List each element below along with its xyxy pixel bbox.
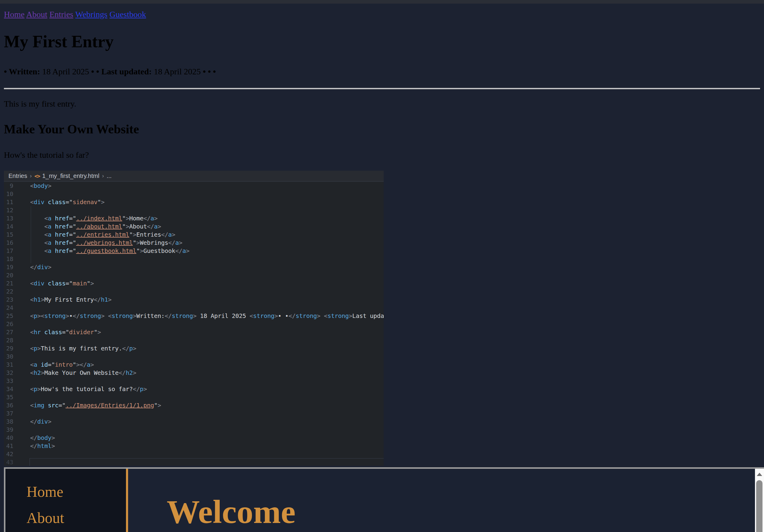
line-number: 42 [4,450,13,458]
line-number: 10 [4,190,13,198]
nav-link-webrings[interactable]: Webrings [75,10,107,19]
code-screenshot-image: Entries›<>1_my_first_entry.html›... 9<bo… [4,171,384,466]
line-code [30,336,384,344]
chevron-right-icon: › [27,173,34,179]
entry-meta: • Written: 18 April 2025 • • Last update… [4,67,760,76]
line-code: <a href="../webrings.html">Webrings</a> [30,239,384,247]
site-preview-frame: HomeAbout Welcome [4,467,764,532]
line-code [30,393,384,401]
preview-nav-link-about[interactable]: About [27,509,126,527]
line-code: <h1>My First Entry</h1> [30,296,384,304]
preview-main: Welcome [128,469,764,532]
editor-line-19: 19</div> [4,263,384,271]
scroll-up-arrow-icon[interactable] [757,473,762,476]
page-title: My First Entry [4,32,760,51]
line-code: </div> [30,263,384,271]
preview-welcome-heading: Welcome [167,493,764,531]
editor-line-15: 15 <a href="../entries.html">Entries</a> [4,231,384,239]
code-lines: 9<body>1011<div class="sidenav">1213 <a … [4,182,384,466]
editor-line-33: 33 [4,377,384,385]
line-number: 31 [4,361,13,369]
editor-line-27: 27<hr class="divider"> [4,328,384,336]
line-code [30,409,384,418]
line-number: 17 [4,247,13,255]
breadcrumb-folder: Entries [8,173,27,180]
line-code: <p>How's the tutorial so far?</p> [30,385,384,393]
line-number: 19 [4,263,13,271]
line-code [30,377,384,385]
editor-line-16: 16 <a href="../webrings.html">Webrings</… [4,239,384,247]
editor-line-9: 9<body> [4,182,384,190]
line-code [30,206,384,214]
editor-line-30: 30 [4,352,384,361]
line-number: 16 [4,239,13,247]
line-number: 24 [4,304,13,312]
nav-link-about[interactable]: About [26,10,47,19]
meta-label: Written: [9,67,40,76]
line-number: 12 [4,206,13,214]
line-code: <p>This is my first entry.</p> [30,344,384,352]
preview-scrollbar[interactable] [755,469,764,532]
line-number: 32 [4,369,13,377]
nav-link-guestbook[interactable]: Guestbook [109,10,146,19]
line-number: 40 [4,434,13,442]
line-number: 14 [4,222,13,231]
nav-link-home[interactable]: Home [4,10,24,19]
preview-nav-link-home[interactable]: Home [27,483,126,500]
editor-line-20: 20 [4,271,384,279]
entry-article: Home About Entries Webrings Guestbook My… [4,4,760,466]
editor-line-17: 17 <a href="../guestbook.html">Guestbook… [4,247,384,255]
line-number: 28 [4,336,13,344]
editor-line-32: 32<h2>Make Your Own Website</h2> [4,369,384,377]
line-number: 29 [4,344,13,352]
line-number: 36 [4,401,13,409]
line-code: </html> [30,442,384,450]
line-code: <div class="main"> [30,279,384,288]
line-number: 38 [4,418,13,426]
line-number: 15 [4,231,13,239]
meta-label: Last updated: [101,67,152,76]
page: Home About Entries Webrings Guestbook My… [0,0,764,532]
line-code: <p><strong>•</strong> <strong>Written:</… [30,312,384,320]
browser-chrome-strip [0,0,764,4]
top-nav: Home About Entries Webrings Guestbook [4,10,760,19]
line-number: 23 [4,296,13,304]
line-number: 13 [4,214,13,222]
chevron-right-icon: › [99,173,107,179]
editor-line-35: 35 [4,393,384,401]
editor-line-29: 29<p>This is my first entry.</p> [4,344,384,352]
active-line-highlight [30,458,384,466]
line-number: 20 [4,271,13,279]
editor-line-12: 12 [4,206,384,214]
html-file-icon: <> [34,173,42,179]
line-code [30,450,384,458]
line-number: 22 [4,288,13,296]
line-code: <div class="sidenav"> [30,198,384,206]
breadcrumb: Entries›<>1_my_first_entry.html›... [4,171,384,182]
line-code [30,288,384,296]
preview-sidenav: HomeAbout [5,469,126,532]
scrollbar-thumb[interactable] [756,480,762,532]
divider-rule [4,88,760,89]
editor-line-34: 34<p>How's the tutorial so far?</p> [4,385,384,393]
line-number: 18 [4,255,13,263]
meta-date: 18 April 2025 [40,67,91,76]
editor-line-36: 36<img src="../Images/Entries/1/1.png"> [4,401,384,409]
line-code [30,271,384,279]
editor-line-23: 23<h1>My First Entry</h1> [4,296,384,304]
editor-line-28: 28 [4,336,384,344]
section-heading: Make Your Own Website [4,122,760,136]
line-number: 34 [4,385,13,393]
line-code: <body> [30,182,384,190]
editor-line-22: 22 [4,288,384,296]
meta-date: 18 April 2025 [152,67,203,76]
question-paragraph: How's the tutorial so far? [4,150,760,160]
line-number: 27 [4,328,13,336]
editor-line-18: 18 [4,255,384,263]
editor-line-41: 41</html> [4,442,384,450]
line-number: 30 [4,352,13,361]
line-code [30,320,384,328]
meta-label: • • [91,67,101,76]
nav-link-entries[interactable]: Entries [50,10,73,19]
breadcrumb-symbol-path: ... [107,173,112,180]
